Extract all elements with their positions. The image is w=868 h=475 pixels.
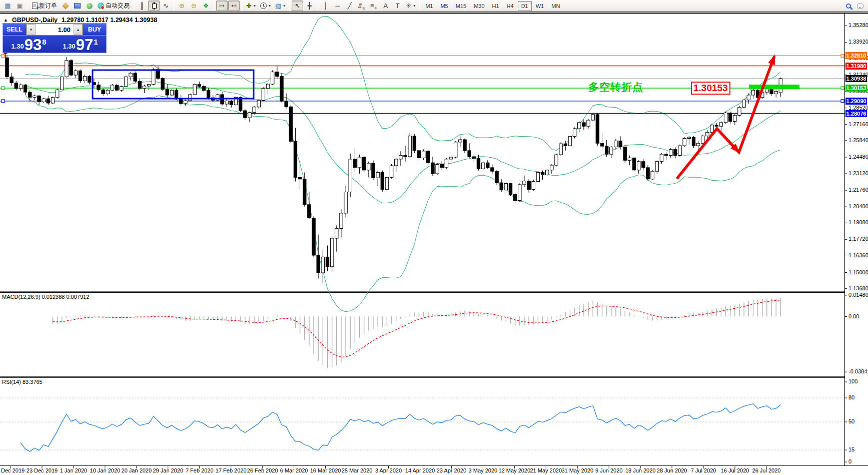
data-window-icon[interactable]: ▣ <box>14 1 26 11</box>
vertical-line-icon-glyph: │ <box>324 3 328 9</box>
volume-value[interactable]: 1.00 <box>36 24 74 35</box>
chart-shift-icon-glyph: ↤ <box>231 3 237 9</box>
signals-icon[interactable] <box>84 1 95 11</box>
macd-axis-label: 0.014807 <box>848 292 868 298</box>
price-tick-label: 1.13680 <box>848 285 868 291</box>
volume-up-button[interactable]: ▲ <box>74 24 83 35</box>
chat-icon[interactable] <box>854 1 866 11</box>
templates-icon-dropdown[interactable]: ▾ <box>283 4 285 8</box>
date-label: 23 Apr 2020 <box>437 467 466 473</box>
chart-window[interactable]: ▲ GBPUSD-,Daily 1.29780 1.31017 1.29434 … <box>0 13 868 475</box>
horizontal-line-icon[interactable]: ─ <box>332 1 343 11</box>
price-tick-label: 1.24480 <box>848 154 868 160</box>
vertical-line-icon[interactable]: │ <box>320 1 331 11</box>
trendline-icon-glyph: ╱ <box>348 3 352 9</box>
metaeditor-icon[interactable] <box>60 1 71 11</box>
price-tick-label: 1.25840 <box>848 137 868 143</box>
cursor-icon-glyph: ↖ <box>295 3 300 9</box>
indicators-icon-dropdown[interactable]: ▾ <box>254 4 256 8</box>
timeframe-m1[interactable]: M1 <box>422 1 436 11</box>
date-label: 3 Dec 2019 <box>0 467 25 473</box>
macd-histogram <box>53 298 781 368</box>
price-tag-1.29090[interactable]: 1.29090 <box>845 98 867 105</box>
bid-integer: 1.30 <box>11 43 24 50</box>
crosshair-icon-glyph: ╋ <box>308 3 312 9</box>
zoom-in-icon[interactable]: ⊕ <box>176 1 188 11</box>
price-tick-label: 1.20400 <box>848 203 868 209</box>
buy-button[interactable]: BUY <box>83 24 106 36</box>
price-callout-label[interactable]: 1.30153 <box>691 82 730 95</box>
rsi-axis-label: 100 <box>848 378 857 384</box>
autotrading-button-label: 自动交易 <box>106 2 130 10</box>
timeframe-m5[interactable]: M5 <box>437 1 451 11</box>
bid-pips: 93 <box>25 38 42 52</box>
price-tag-1.30153[interactable]: 1.30153 <box>845 85 867 92</box>
tile-windows-icon[interactable]: ❖ <box>200 1 212 11</box>
fibonacci-icon[interactable]: ≡F <box>368 1 379 11</box>
periods-icon[interactable]: ▾ <box>258 1 273 11</box>
rsi-axis-label: 50 <box>848 418 854 424</box>
ask-pipette: 1 <box>94 38 98 46</box>
timeframe-m30[interactable]: M30 <box>470 1 488 11</box>
equidistant-channel-icon[interactable]: ⫻E <box>356 1 367 11</box>
date-label: 21 May 2020 <box>530 467 562 473</box>
new-order-glyph <box>32 3 38 9</box>
timeframe-mn[interactable]: MN <box>548 1 563 11</box>
cursor-icon[interactable]: ↖ <box>292 1 303 11</box>
collapse-icon[interactable]: ▲ <box>4 18 8 23</box>
price-tag-1.28076[interactable]: 1.28076 <box>845 110 867 117</box>
ask-price[interactable]: 1.30 97 1 <box>55 36 106 53</box>
price-tag-1.31980[interactable]: 1.31980 <box>845 63 867 70</box>
arrows-icon[interactable]: ✳▾ <box>404 1 417 11</box>
bar-chart-icon[interactable]: ║ <box>136 1 148 11</box>
zoom-in-icon-glyph: ⊕ <box>179 3 185 9</box>
date-label: 10 Jan 2020 <box>90 467 121 473</box>
indicators-icon[interactable]: ✚▾ <box>244 1 258 11</box>
market-watch-icon[interactable]: ▦ <box>2 1 14 11</box>
timeframe-h1[interactable]: H1 <box>489 1 503 11</box>
date-label: 26 Jul 2020 <box>752 467 781 473</box>
date-label: 16 Mar 2020 <box>310 467 341 473</box>
candles-layer <box>6 55 782 283</box>
periods-icon-dropdown[interactable]: ▾ <box>269 4 271 8</box>
date-label: 29 Jan 2020 <box>153 467 184 473</box>
date-label: 3 Apr 2020 <box>375 467 402 473</box>
volume-down-button[interactable]: ▼ <box>27 24 36 35</box>
chart-canvas[interactable] <box>0 13 868 475</box>
indicators-icon-glyph: ✚ <box>246 3 252 9</box>
timeframe-h4[interactable]: H4 <box>503 1 517 11</box>
main-toolbar: ▦▣新订单自动交易║∿⊕⊖❖↦↤✚▾▾▧▾↖╋│─╱⫻E≡FAT✳▾M1M5M1… <box>0 0 868 13</box>
line-chart-icon[interactable]: ∿ <box>160 1 172 11</box>
text-label-icon-glyph: T <box>396 3 400 9</box>
green-highlight-bar[interactable] <box>749 85 799 89</box>
trendline-icon[interactable]: ╱ <box>344 1 355 11</box>
new-order-button-label: 新订单 <box>39 2 57 10</box>
new-order-button[interactable]: 新订单 <box>30 1 59 11</box>
chart-shift-icon[interactable]: ↤ <box>228 1 240 11</box>
timeframe-m15[interactable]: M15 <box>452 1 470 11</box>
text-icon[interactable]: A <box>380 1 391 11</box>
sell-button[interactable]: SELL <box>3 24 26 36</box>
timeframe-w1[interactable]: W1 <box>532 1 548 11</box>
auto-scroll-icon-glyph: ↦ <box>219 3 225 9</box>
bollinger-bands <box>26 17 781 312</box>
zoom-out-icon[interactable]: ⊖ <box>188 1 200 11</box>
auto-scroll-icon[interactable]: ↦ <box>216 1 228 11</box>
search-icon[interactable] <box>842 1 854 11</box>
price-tag-1.32810[interactable]: 1.32810 <box>845 52 867 59</box>
text-label-icon[interactable]: T <box>392 1 403 11</box>
date-label: 16 Jul 2020 <box>721 467 749 473</box>
bid-price[interactable]: 1.30 93 8 <box>3 36 55 53</box>
arrows-icon-dropdown[interactable]: ▾ <box>413 4 415 8</box>
expert-advisors-icon[interactable] <box>72 1 83 11</box>
signals-icon-glyph <box>87 3 93 9</box>
price-tick-label: 1.33920 <box>848 39 868 45</box>
candlestick-chart-icon[interactable] <box>148 1 160 11</box>
timeframe-d1[interactable]: D1 <box>518 1 532 11</box>
price-tick-label: 1.17720 <box>848 236 868 242</box>
autotrading-button[interactable]: 自动交易 <box>96 1 132 11</box>
crosshair-icon[interactable]: ╋ <box>304 1 315 11</box>
templates-icon[interactable]: ▧▾ <box>273 1 287 11</box>
rsi-axis-label: 15 <box>848 446 854 452</box>
pivot-annotation-text: 多空转折点 <box>588 80 643 94</box>
